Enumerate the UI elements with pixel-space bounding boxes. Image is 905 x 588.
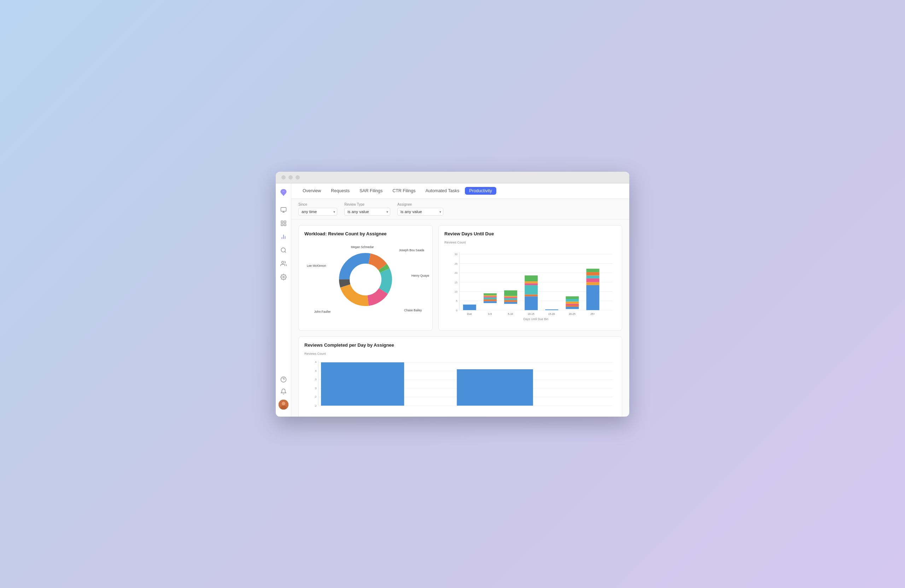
svg-point-8 — [281, 377, 286, 382]
svg-rect-72 — [586, 269, 599, 272]
svg-text:15: 15 — [455, 281, 457, 284]
svg-rect-69 — [586, 278, 599, 282]
browser-dot-yellow — [289, 175, 293, 179]
browser-dot-green — [295, 175, 300, 179]
svg-rect-61 — [566, 305, 579, 306]
svg-rect-2 — [284, 221, 286, 223]
tab-productivity[interactable]: Productivity — [465, 187, 496, 195]
svg-rect-56 — [525, 275, 538, 281]
completed-chart-subtitle: Reviews Count — [304, 352, 616, 355]
svg-rect-53 — [525, 285, 538, 294]
svg-rect-60 — [566, 307, 579, 309]
svg-text:25: 25 — [455, 262, 457, 265]
review-days-subtitle: Reviews Count — [445, 241, 616, 244]
settings-icon[interactable] — [279, 273, 287, 281]
svg-rect-88 — [321, 362, 404, 406]
svg-rect-65 — [566, 296, 579, 299]
since-select[interactable]: any time last 7 days last 30 days last 9… — [298, 208, 337, 216]
svg-text:20: 20 — [455, 271, 457, 274]
tab-overview[interactable]: Overview — [298, 187, 325, 195]
svg-rect-67 — [586, 285, 599, 310]
svg-text:10: 10 — [455, 290, 457, 293]
svg-rect-54 — [525, 283, 538, 285]
svg-point-7 — [283, 276, 284, 278]
assignee-select[interactable]: is any value — [397, 208, 443, 216]
svg-rect-89 — [457, 369, 533, 406]
svg-rect-55 — [525, 281, 538, 283]
tab-sar-filings[interactable]: SAR Filings — [355, 187, 387, 195]
svg-rect-35 — [463, 304, 476, 310]
main-content: Overview Requests SAR Filings CTR Filing… — [291, 184, 629, 417]
browser-window: Overview Requests SAR Filings CTR Filing… — [276, 172, 629, 417]
bar-chart-container: 0 5 10 15 20 25 30 — [445, 247, 616, 325]
svg-rect-47 — [504, 297, 517, 298]
svg-text:30: 30 — [455, 253, 457, 256]
label-john: John Fauller — [314, 310, 331, 314]
sidebar-logo — [279, 188, 289, 199]
workload-chart-title: Workload: Review Count by Assignee — [304, 231, 427, 236]
svg-text:5-10: 5-10 — [508, 312, 513, 315]
donut-container: Megan Schnedar Joseph Bou Saada Henry Qu… — [304, 241, 427, 319]
bell-icon[interactable] — [279, 388, 287, 395]
svg-text:2: 2 — [315, 395, 316, 398]
review-type-select[interactable]: is any value — [345, 208, 390, 216]
since-select-wrapper: any time last 7 days last 30 days last 9… — [298, 208, 337, 216]
tab-ctr-filings[interactable]: CTR Filings — [388, 187, 420, 195]
filter-since: Since any time last 7 days last 30 days … — [298, 203, 337, 216]
since-label: Since — [298, 203, 337, 206]
svg-rect-70 — [586, 275, 599, 278]
svg-rect-4 — [284, 223, 286, 225]
completed-chart-svg: 2 2 3 3 4 4 — [304, 358, 616, 415]
svg-text:4: 4 — [315, 360, 317, 364]
svg-rect-44 — [504, 302, 517, 304]
svg-text:3: 3 — [315, 378, 317, 381]
tab-automated-tasks[interactable]: Automated Tasks — [421, 187, 464, 195]
svg-rect-46 — [504, 298, 517, 300]
svg-text:0-5: 0-5 — [488, 312, 492, 315]
avatar[interactable] — [279, 399, 289, 410]
svg-text:0: 0 — [456, 309, 457, 312]
users-icon[interactable] — [279, 260, 287, 268]
chart-icon[interactable] — [279, 233, 287, 241]
review-days-chart-card: Review Days Until Due Reviews Count 0 5 … — [438, 225, 622, 331]
svg-point-10 — [282, 402, 285, 405]
svg-rect-0 — [281, 208, 286, 211]
label-lee: Lee McKinnon — [307, 264, 326, 268]
assignee-label: Assignee — [397, 203, 443, 206]
review-days-svg: 0 5 10 15 20 25 30 — [445, 247, 616, 325]
svg-rect-58 — [545, 309, 558, 310]
search-icon[interactable] — [279, 246, 287, 254]
svg-rect-39 — [484, 297, 497, 299]
svg-text:15-20: 15-20 — [548, 312, 555, 315]
svg-rect-62 — [566, 304, 579, 305]
svg-rect-51 — [525, 296, 538, 310]
completed-chart-card: Reviews Completed per Day by Assignee Re… — [298, 336, 622, 417]
svg-rect-48 — [504, 296, 517, 297]
filter-assignee: Assignee is any value — [397, 203, 443, 216]
grid-icon[interactable] — [279, 219, 287, 227]
tab-requests[interactable]: Requests — [327, 187, 354, 195]
svg-text:4: 4 — [315, 369, 317, 372]
svg-rect-63 — [566, 301, 579, 304]
assignee-select-wrapper: is any value — [397, 208, 443, 216]
charts-area: Workload: Review Count by Assignee — [291, 219, 629, 417]
label-joseph: Joseph Bou Saada — [399, 249, 424, 252]
review-days-title: Review Days Until Due — [445, 231, 616, 236]
svg-rect-71 — [586, 272, 599, 275]
donut-svg — [334, 248, 397, 311]
svg-rect-45 — [504, 300, 517, 302]
top-charts-row: Workload: Review Count by Assignee — [298, 225, 622, 331]
help-icon[interactable] — [279, 376, 287, 384]
svg-text:Due: Due — [467, 312, 472, 315]
monitor-icon[interactable] — [279, 206, 287, 214]
svg-rect-64 — [566, 299, 579, 301]
svg-rect-41 — [484, 295, 497, 296]
label-chase: Chase Bailey — [404, 309, 422, 312]
browser-dot-red — [281, 175, 286, 179]
review-type-select-wrapper: is any value — [345, 208, 390, 216]
sidebar — [276, 184, 291, 417]
svg-text:Days Until Due Bin: Days Until Due Bin — [523, 317, 548, 321]
svg-rect-52 — [525, 294, 538, 296]
svg-rect-42 — [484, 293, 497, 295]
svg-rect-37 — [484, 301, 497, 303]
